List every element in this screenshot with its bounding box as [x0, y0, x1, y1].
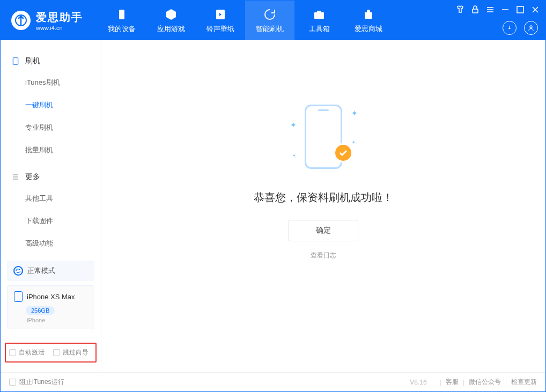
tab-label: 爱思商城 [355, 24, 382, 34]
sidebar: 刷机 iTunes刷机 一键刷机 专业刷机 批量刷机 更多 其他工具 下载固件 … [1, 40, 101, 372]
sidebar-item-pro-flash[interactable]: 专业刷机 [1, 116, 101, 139]
sparkle-icon: ✦ [292, 153, 296, 158]
logo-icon [11, 11, 31, 30]
device-name: iPhone XS Max [27, 293, 75, 301]
tab-ringtone-wallpaper[interactable]: 铃声壁纸 [196, 1, 245, 40]
tshirt-icon[interactable] [455, 5, 465, 14]
sidebar-item-batch-flash[interactable]: 批量刷机 [1, 139, 101, 161]
list-icon [11, 173, 20, 181]
checkmark-badge-icon [334, 143, 353, 162]
app-subtitle: www.i4.cn [36, 25, 83, 31]
tab-label: 铃声壁纸 [206, 24, 234, 34]
group-title: 刷机 [25, 56, 40, 66]
close-icon[interactable] [530, 5, 540, 14]
user-button[interactable] [524, 21, 538, 35]
device-type: iPhone [27, 317, 87, 323]
sidebar-item-download-firmware[interactable]: 下载固件 [1, 210, 101, 232]
phone-icon [114, 7, 129, 22]
block-itunes-checkbox[interactable]: 阻止iTunes运行 [9, 378, 64, 387]
minimize-icon[interactable] [500, 5, 510, 14]
tab-smart-flash[interactable]: 智能刷机 [245, 1, 294, 40]
svg-rect-1 [119, 10, 124, 19]
sidebar-group-flash: 刷机 [1, 51, 101, 71]
sidebar-item-other-tools[interactable]: 其他工具 [1, 187, 101, 210]
options-highlighted-box: 自动激活 跳过向导 [5, 343, 97, 363]
device-icon [14, 291, 23, 302]
mode-indicator[interactable]: 正常模式 [7, 261, 94, 281]
cube-icon [164, 7, 179, 22]
music-icon [213, 7, 228, 22]
sparkle-icon: ✦ [352, 140, 356, 145]
sync-icon [13, 266, 23, 276]
checkbox-label: 跳过向导 [63, 348, 88, 357]
svg-rect-5 [473, 9, 478, 13]
menu-icon[interactable] [485, 5, 495, 14]
ok-button[interactable]: 确定 [289, 220, 358, 241]
check-update-link[interactable]: 检查更新 [511, 378, 537, 387]
success-message: 恭喜您，保资料刷机成功啦！ [254, 190, 393, 205]
refresh-icon [262, 7, 277, 22]
checkbox-label: 阻止iTunes运行 [19, 378, 64, 387]
sidebar-item-itunes-flash[interactable]: iTunes刷机 [1, 71, 101, 94]
svg-rect-4 [317, 11, 321, 12]
header-action-buttons [503, 21, 538, 35]
skip-guide-checkbox[interactable]: 跳过向导 [53, 348, 88, 357]
device-card[interactable]: iPhone XS Max 256GB iPhone [7, 285, 94, 329]
header: 爱思助手 www.i4.cn 我的设备 应用游戏 铃声壁纸 智能刷机 工具箱 爱… [1, 1, 545, 40]
nav-tabs: 我的设备 应用游戏 铃声壁纸 智能刷机 工具箱 爱思商城 [97, 1, 393, 40]
bag-icon [361, 7, 376, 22]
svg-point-7 [530, 26, 532, 28]
tab-label: 应用游戏 [157, 24, 185, 34]
view-log-link[interactable]: 查看日志 [311, 251, 336, 260]
auto-activate-checkbox[interactable]: 自动激活 [9, 348, 45, 357]
maximize-icon[interactable] [515, 5, 525, 14]
sidebar-group-more: 更多 [1, 167, 101, 187]
tab-label: 工具箱 [309, 24, 330, 34]
tab-label: 智能刷机 [256, 24, 284, 34]
main-content: ✦ ✦ ✦ ✦ 恭喜您，保资料刷机成功啦！ 确定 查看日志 [101, 40, 545, 372]
sidebar-item-oneclick-flash[interactable]: 一键刷机 [1, 94, 101, 116]
tab-label: 我的设备 [108, 24, 136, 34]
toolbox-icon [312, 7, 327, 22]
device-storage-badge: 256GB [26, 306, 55, 315]
app-title: 爱思助手 [36, 10, 83, 25]
phone-outline-icon [11, 57, 20, 65]
tab-toolbox[interactable]: 工具箱 [294, 1, 344, 40]
sidebar-item-advanced[interactable]: 高级功能 [1, 232, 101, 255]
wechat-link[interactable]: 微信公众号 [469, 378, 501, 387]
success-illustration: ✦ ✦ ✦ ✦ [286, 99, 361, 174]
mode-label: 正常模式 [27, 266, 55, 276]
svg-rect-3 [314, 12, 324, 19]
logo-section: 爱思助手 www.i4.cn [1, 10, 97, 31]
tab-my-device[interactable]: 我的设备 [97, 1, 146, 40]
customer-service-link[interactable]: 客服 [446, 378, 459, 387]
group-title: 更多 [25, 172, 40, 182]
sparkle-icon: ✦ [290, 121, 297, 129]
version-label: V8.16 [410, 379, 426, 386]
checkbox-label: 自动激活 [19, 348, 45, 357]
tab-store[interactable]: 爱思商城 [344, 1, 393, 40]
footer: 阻止iTunes运行 V8.16 | 客服 | 微信公众号 | 检查更新 [1, 372, 545, 391]
svg-rect-6 [517, 6, 523, 13]
lock-icon[interactable] [470, 5, 480, 14]
sparkle-icon: ✦ [351, 109, 358, 117]
tab-apps-games[interactable]: 应用游戏 [146, 1, 196, 40]
window-controls [455, 5, 540, 14]
download-button[interactable] [503, 21, 517, 35]
svg-rect-8 [13, 58, 18, 64]
